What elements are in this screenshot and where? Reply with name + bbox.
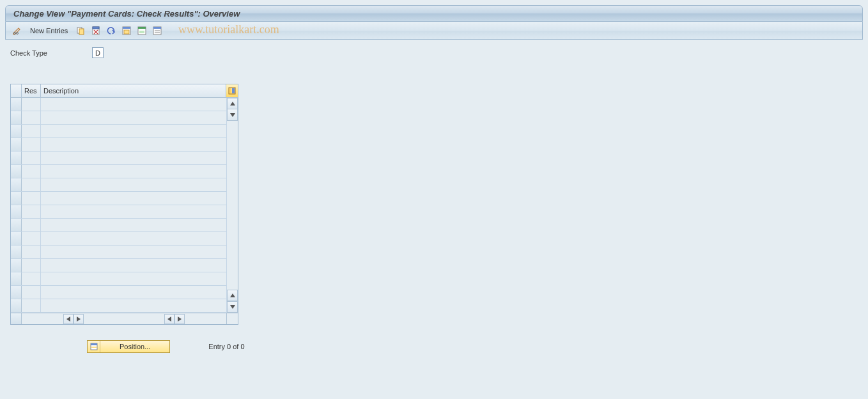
- cell-res[interactable]: [22, 219, 41, 231]
- cell-res[interactable]: [22, 232, 41, 245]
- position-icon-box: [88, 341, 100, 352]
- cell-description[interactable]: [41, 98, 226, 111]
- cell-description[interactable]: [41, 165, 226, 178]
- select-all-header[interactable]: [11, 84, 22, 97]
- cell-description[interactable]: [41, 125, 226, 137]
- check-type-input[interactable]: [92, 47, 104, 58]
- triangle-left-icon: [167, 317, 171, 322]
- scroll-up-button[interactable]: [227, 98, 238, 109]
- table-row: [11, 259, 226, 272]
- svg-rect-19: [229, 88, 231, 93]
- svg-rect-10: [124, 30, 129, 34]
- scroll-corner: [11, 313, 22, 324]
- cell-res[interactable]: [22, 111, 41, 124]
- cell-description[interactable]: [41, 138, 226, 151]
- cell-res[interactable]: [22, 299, 41, 312]
- table-row: [11, 192, 226, 205]
- cell-res[interactable]: [22, 259, 41, 272]
- cell-description[interactable]: [41, 111, 226, 124]
- deselect-all-button[interactable]: [151, 24, 164, 37]
- select-block-button[interactable]: [136, 24, 148, 37]
- cell-description[interactable]: [41, 286, 226, 299]
- cell-res[interactable]: [22, 272, 41, 285]
- cell-res[interactable]: [22, 205, 41, 218]
- cell-description[interactable]: [41, 192, 226, 205]
- cell-res[interactable]: [22, 178, 41, 191]
- table-header: Res Description: [11, 84, 238, 98]
- cell-res[interactable]: [22, 125, 41, 137]
- row-selector[interactable]: [11, 165, 22, 178]
- triangle-up-icon: [230, 102, 235, 106]
- undo-button[interactable]: [105, 24, 118, 37]
- row-selector[interactable]: [11, 178, 22, 191]
- undo-icon: [106, 26, 116, 36]
- svg-rect-3: [79, 29, 84, 35]
- table-row: [11, 246, 226, 259]
- row-selector[interactable]: [11, 205, 22, 218]
- cell-res[interactable]: [22, 165, 41, 178]
- scroll-right-inner-button[interactable]: [74, 314, 84, 324]
- copy-as-button[interactable]: [74, 24, 87, 37]
- row-selector[interactable]: [11, 192, 22, 205]
- row-selector[interactable]: [11, 232, 22, 245]
- row-selector[interactable]: [11, 98, 22, 111]
- row-selector[interactable]: [11, 299, 22, 312]
- row-selector[interactable]: [11, 246, 22, 258]
- column-header-description[interactable]: Description: [41, 84, 226, 97]
- svg-point-1: [17, 32, 19, 34]
- column-header-res[interactable]: Res: [22, 84, 41, 97]
- scroll-down-button-2[interactable]: [227, 290, 238, 301]
- table-row: [11, 178, 226, 192]
- title-bar: Change View "Payment Cards: Check Result…: [5, 5, 863, 22]
- scroll-down-button[interactable]: [227, 301, 238, 313]
- new-entries-button[interactable]: New Entries: [26, 27, 72, 35]
- table-settings-button[interactable]: [226, 84, 238, 97]
- triangle-down-icon: [230, 113, 235, 117]
- cell-res[interactable]: [22, 152, 41, 164]
- vertical-scrollbar[interactable]: [226, 98, 238, 313]
- triangle-right-icon: [77, 317, 81, 322]
- scroll-left-button[interactable]: [63, 314, 74, 324]
- row-selector[interactable]: [11, 152, 22, 164]
- cell-res[interactable]: [22, 286, 41, 299]
- cell-res[interactable]: [22, 192, 41, 205]
- scroll-up-button-2[interactable]: [227, 109, 238, 121]
- row-selector[interactable]: [11, 111, 22, 124]
- scroll-right-button[interactable]: [174, 314, 185, 324]
- cell-description[interactable]: [41, 259, 226, 272]
- row-selector[interactable]: [11, 138, 22, 151]
- cell-res[interactable]: [22, 98, 41, 111]
- pencil-glasses-icon: [12, 26, 22, 36]
- svg-point-0: [14, 32, 16, 34]
- svg-rect-13: [139, 31, 144, 33]
- cell-description[interactable]: [41, 152, 226, 164]
- row-selector[interactable]: [11, 125, 22, 137]
- scroll-corner-right: [226, 313, 238, 324]
- cell-description[interactable]: [41, 219, 226, 231]
- delete-button[interactable]: [89, 24, 102, 37]
- cell-res[interactable]: [22, 138, 41, 151]
- row-selector[interactable]: [11, 272, 22, 285]
- cell-description[interactable]: [41, 272, 226, 285]
- cell-res[interactable]: [22, 246, 41, 258]
- cell-description[interactable]: [41, 205, 226, 218]
- horizontal-scrollbar[interactable]: [11, 313, 238, 324]
- row-selector[interactable]: [11, 219, 22, 231]
- scroll-left-inner-button[interactable]: [164, 314, 174, 324]
- cell-description[interactable]: [41, 232, 226, 245]
- row-selector[interactable]: [11, 259, 22, 272]
- cell-description[interactable]: [41, 178, 226, 191]
- position-button[interactable]: Position...: [87, 340, 170, 353]
- table-row: [11, 152, 226, 165]
- select-all-button[interactable]: [120, 24, 133, 37]
- cell-description[interactable]: [41, 299, 226, 312]
- table-row: [11, 165, 226, 178]
- select-block-icon: [137, 26, 147, 36]
- table-settings-icon: [228, 87, 236, 95]
- check-type-row: Check Type: [10, 47, 858, 58]
- watermark-text: www.tutorialkart.com: [178, 23, 279, 36]
- row-selector[interactable]: [11, 286, 22, 299]
- toggle-display-change-button[interactable]: [11, 24, 24, 37]
- cell-description[interactable]: [41, 246, 226, 258]
- svg-rect-23: [91, 347, 97, 348]
